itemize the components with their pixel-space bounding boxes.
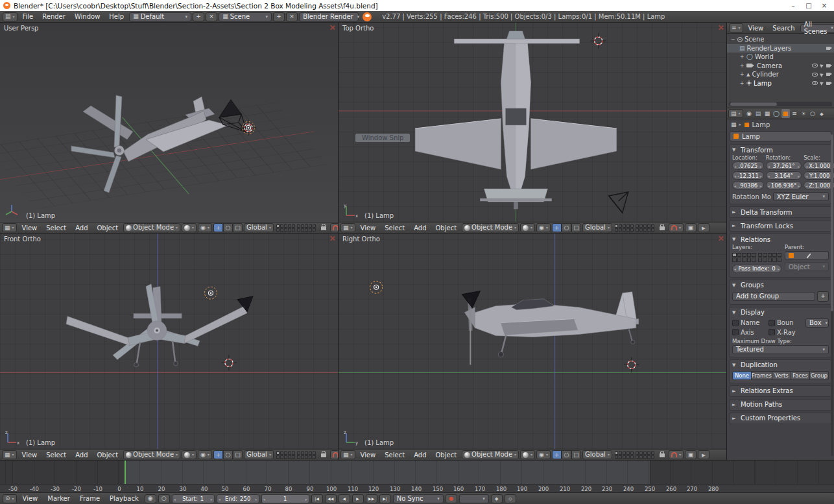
lock-icon[interactable] <box>321 226 326 230</box>
view-menu[interactable]: View <box>357 224 380 232</box>
delta-transform-header[interactable]: Delta Transform <box>732 208 829 217</box>
viewport-user-persp-canvas[interactable]: User Persp (1) Lamp <box>0 23 338 222</box>
auto-keyframe-toggle[interactable] <box>145 494 156 503</box>
mode-dropdown[interactable]: Object Mode <box>462 450 519 459</box>
renderability-icon[interactable] <box>826 47 830 50</box>
timeline-ruler[interactable]: -50 -40 -30 -20 -10 0 10 20 30 40 50 60 … <box>0 484 834 492</box>
shading-dropdown[interactable] <box>182 223 197 232</box>
rotation-z-field[interactable]: 106.936° <box>766 181 802 189</box>
tab-data[interactable] <box>800 109 808 118</box>
render-engine-selector[interactable]: Blender Render <box>299 12 359 21</box>
rotate-manipulator-button[interactable] <box>562 223 571 232</box>
tab-object[interactable] <box>781 109 790 118</box>
editor-type-button[interactable] <box>340 450 355 459</box>
parent-field[interactable] <box>785 251 829 260</box>
pivot-dropdown[interactable] <box>536 223 551 232</box>
layers-widget[interactable] <box>276 451 316 459</box>
layers-widget[interactable] <box>615 451 654 459</box>
add-menu[interactable]: Add <box>410 451 430 459</box>
viewport-right-ortho-canvas[interactable]: Right Ortho (1) Lamp yz <box>339 234 726 449</box>
renderability-icon[interactable] <box>826 64 830 67</box>
snap-dropdown[interactable] <box>330 223 338 232</box>
orientation-dropdown[interactable]: Global <box>244 223 274 232</box>
outliner-display-dropdown[interactable]: All Scenes <box>800 24 834 32</box>
scale-y-field[interactable]: Y:1.000 <box>804 171 834 180</box>
duplication-panel-header[interactable]: Duplication <box>732 361 829 370</box>
editor-type-button[interactable] <box>340 223 355 232</box>
location-z-field[interactable]: .90386 <box>732 181 764 189</box>
select-menu[interactable]: Select <box>42 224 70 232</box>
selectability-icon[interactable] <box>820 80 824 86</box>
scale-manipulator-button[interactable] <box>571 223 581 232</box>
duplication-frames-button[interactable]: Frames <box>752 371 772 380</box>
render-opengl-button[interactable] <box>685 450 697 459</box>
properties-scrollbar[interactable] <box>831 134 833 456</box>
tab-physics[interactable] <box>809 109 817 118</box>
mode-dropdown[interactable]: Object Mode <box>123 223 180 232</box>
3d-cursor[interactable] <box>221 355 237 370</box>
render-opengl-anim-button[interactable] <box>698 450 709 459</box>
timeline-view-menu[interactable]: View <box>19 495 42 502</box>
pivot-dropdown[interactable] <box>536 450 551 459</box>
name-checkbox[interactable] <box>732 320 739 326</box>
pass-index-field[interactable]: Pass Index:0 <box>732 265 781 273</box>
3d-cursor[interactable] <box>591 33 606 49</box>
viewport-corner-widget[interactable] <box>329 25 335 30</box>
current-frame-field[interactable]: 1 <box>261 494 309 503</box>
axis-checkbox[interactable] <box>732 329 739 335</box>
duplication-group-button[interactable]: Group <box>810 371 829 380</box>
minimize-button[interactable]: – <box>785 2 801 9</box>
object-menu[interactable]: Object <box>432 451 461 459</box>
rotation-x-field[interactable]: 37.261° <box>766 162 802 170</box>
outliner-horizontal-scrollbar[interactable] <box>729 102 832 106</box>
timeline-frame-menu[interactable]: Frame <box>76 495 104 502</box>
window-menu[interactable]: Window <box>71 13 104 20</box>
editor-type-button[interactable] <box>728 109 743 118</box>
airplane-model[interactable] <box>66 284 247 367</box>
lock-icon[interactable] <box>660 226 665 230</box>
transform-locks-header[interactable]: Transform Locks <box>732 221 829 230</box>
view-menu[interactable]: View <box>357 451 380 459</box>
airplane-model[interactable] <box>415 31 617 209</box>
timeline-playback-menu[interactable]: Playback <box>106 495 143 502</box>
orientation-dropdown[interactable]: Global <box>582 223 612 232</box>
lamp-object[interactable] <box>370 281 383 293</box>
custom-properties-header[interactable]: Custom Properties <box>732 414 829 423</box>
tab-particles[interactable] <box>818 109 826 118</box>
duplication-none-button[interactable]: None <box>732 371 752 380</box>
info-editor-type-button[interactable] <box>3 12 18 21</box>
object-menu[interactable]: Object <box>93 224 123 232</box>
bounds-checkbox[interactable] <box>768 320 775 326</box>
translate-manipulator-button[interactable] <box>213 450 223 459</box>
tab-world[interactable] <box>772 109 781 118</box>
view-menu[interactable]: View <box>18 451 42 459</box>
editor-type-button[interactable] <box>2 450 17 459</box>
renderability-icon[interactable] <box>826 73 830 76</box>
snap-dropdown[interactable] <box>330 450 338 459</box>
add-to-group-button[interactable]: Add to Group <box>732 292 815 301</box>
scale-z-field[interactable]: Z:1.000 <box>804 181 834 189</box>
view-menu[interactable]: View <box>18 224 42 232</box>
add-screen-layout-button[interactable] <box>193 12 204 21</box>
select-menu[interactable]: Select <box>42 451 70 459</box>
end-frame-field[interactable]: End:250 <box>217 494 259 503</box>
shading-dropdown[interactable] <box>520 223 535 232</box>
jump-to-start-button[interactable]: |◀ <box>311 494 323 503</box>
max-draw-type-dropdown[interactable]: Textured <box>732 345 829 354</box>
select-menu[interactable]: Select <box>381 224 409 232</box>
expander-icon[interactable] <box>739 54 745 60</box>
eyedropper-icon[interactable] <box>806 253 811 258</box>
help-menu[interactable]: Help <box>105 13 128 20</box>
object-layers-widget[interactable] <box>732 253 781 262</box>
lamp-object[interactable] <box>205 287 217 299</box>
add-menu[interactable]: Add <box>71 451 91 459</box>
mode-dropdown[interactable]: Object Mode <box>123 450 180 459</box>
translate-manipulator-button[interactable] <box>552 450 562 459</box>
rotate-manipulator-button[interactable] <box>223 450 233 459</box>
layers-widget[interactable] <box>276 224 316 232</box>
render-opengl-anim-button[interactable] <box>698 223 709 232</box>
duplication-verts-button[interactable]: Verts <box>772 371 791 380</box>
xray-checkbox[interactable] <box>768 329 775 335</box>
scale-x-field[interactable]: X:1.000 <box>804 162 834 170</box>
selectability-icon[interactable] <box>820 72 824 77</box>
